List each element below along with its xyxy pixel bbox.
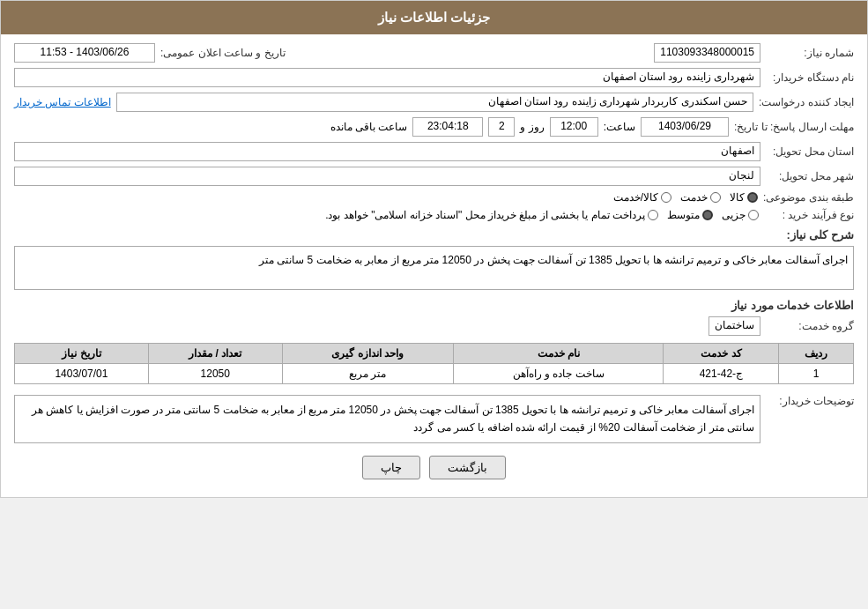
radio-esnad-icon: [648, 210, 658, 220]
deadline-date: 1403/06/29: [641, 117, 729, 137]
province-row: استان محل تحویل: اصفهان: [14, 142, 854, 161]
process-option-label-jozi: جزیی: [722, 209, 746, 221]
org-name-value: شهرداری زاینده رود استان اصفهان: [14, 68, 760, 87]
services-table: ردیف کد خدمت نام خدمت واحد اندازه گیری ت…: [14, 343, 854, 384]
category-row: طبقه بندی موضوعی: کالا/خدمت خدمت کالا: [14, 191, 854, 204]
page-title: جزئیات اطلاعات نیاز: [378, 10, 490, 25]
process-option-motavasset: متوسط: [667, 209, 713, 221]
col-qty: تعداد / مقدار: [148, 344, 282, 364]
public-announce-label: تاریخ و ساعت اعلان عمومی:: [160, 47, 286, 59]
process-option-label-esnad: پرداخت تمام یا بخشی از مبلغ خریداز محل "…: [325, 209, 645, 221]
services-table-section: ردیف کد خدمت نام خدمت واحد اندازه گیری ت…: [14, 343, 854, 384]
process-type-row: نوع فرآیند خرید : پرداخت تمام یا بخشی از…: [14, 209, 854, 221]
process-type-label: نوع فرآیند خرید :: [766, 209, 854, 221]
public-announce-value: 1403/06/26 - 11:53: [14, 43, 155, 63]
col-code: کد خدمت: [664, 344, 779, 364]
org-name-row: نام دستگاه خریدار: شهرداری زاینده رود اس…: [14, 68, 854, 87]
description-label: شرح کلی نیاز:: [786, 228, 854, 241]
deadline-remaining-label: ساعت باقی مانده: [330, 121, 408, 133]
need-number-label: شماره نیاز:: [766, 47, 854, 59]
category-label: طبقه بندی موضوعی:: [763, 191, 854, 204]
radio-motavasset-icon: [702, 210, 713, 220]
org-name-label: نام دستگاه خریدار:: [766, 71, 854, 84]
deadline-time-label: ساعت:: [604, 121, 635, 133]
buyer-notes-label: توضیحات خریدار:: [766, 395, 854, 407]
contact-link[interactable]: اطلاعات تماس خریدار: [14, 96, 111, 108]
creator-row: ایجاد کننده درخواست: حسن اسکندری کاربردا…: [14, 93, 854, 112]
category-option-label-kala: کالا: [730, 191, 745, 204]
service-group-value: ساختمان: [708, 316, 760, 336]
table-cell-row: 1: [779, 364, 854, 384]
description-section-title: شرح کلی نیاز:: [14, 228, 854, 241]
back-button[interactable]: بازگشت: [429, 456, 506, 479]
col-date: تاریخ نیاز: [15, 344, 149, 364]
deadline-time: 12:00: [550, 117, 598, 137]
service-group-label: گروه خدمت:: [766, 320, 854, 332]
process-option-jozi: جزیی: [722, 209, 759, 221]
need-number-row: شماره نیاز: 1103093348000015 تاریخ و ساع…: [14, 43, 854, 63]
description-value: اجرای آسفالت معابر خاکی و ترمیم ترانشه ه…: [14, 246, 854, 290]
category-option-label-kala-khedmat: کالا/خدمت: [613, 191, 658, 204]
deadline-remaining: 23:04:18: [412, 117, 483, 137]
table-cell-unit: متر مربع: [282, 364, 453, 384]
deadline-days-label: روز و: [520, 121, 544, 133]
col-name: نام خدمت: [454, 344, 664, 364]
radio-kala-icon: [747, 192, 758, 203]
buyer-notes-row: توضیحات خریدار: اجرای آسفالت معابر خاکی …: [14, 391, 854, 443]
page-wrapper: جزئیات اطلاعات نیاز شماره نیاز: 11030933…: [0, 0, 868, 498]
radio-khedmat-icon: [710, 192, 721, 203]
city-label: شهر محل تحویل:: [766, 170, 854, 182]
province-label: استان محل تحویل:: [766, 145, 854, 158]
category-option-label-khedmat: خدمت: [680, 191, 708, 204]
table-cell-date: 1403/07/01: [15, 364, 149, 384]
category-option-kala: کالا: [730, 191, 758, 204]
need-number-value: 1103093348000015: [654, 43, 760, 63]
col-row: ردیف: [779, 344, 854, 364]
category-option-kala-khedmat: کالا/خدمت: [613, 191, 671, 204]
response-deadline-label: مهلت ارسال پاسخ: تا تاریخ:: [734, 121, 854, 133]
city-row: شهر محل تحویل: لنجان: [14, 167, 854, 186]
deadline-row: مهلت ارسال پاسخ: تا تاریخ: 1403/06/29 سا…: [14, 117, 854, 137]
table-cell-code: ج-42-421: [664, 364, 779, 384]
process-option-label-motavasset: متوسط: [667, 209, 700, 221]
print-button[interactable]: چاپ: [362, 456, 420, 479]
creator-value: حسن اسکندری کاربردار شهرداری زاینده رود …: [116, 93, 753, 112]
services-section-title: اطلاعات خدمات مورد نیاز: [14, 299, 854, 312]
table-cell-quantity: 12050: [148, 364, 282, 384]
creator-label: ایجاد کننده درخواست:: [759, 96, 854, 108]
content-area: شماره نیاز: 1103093348000015 تاریخ و ساع…: [1, 34, 867, 497]
buyer-notes-value: اجرای آسفالت معابر خاکی و ترمیم ترانشه ه…: [14, 395, 760, 443]
category-option-khedmat: خدمت: [680, 191, 721, 204]
city-value: لنجان: [14, 167, 760, 186]
page-header: جزئیات اطلاعات نیاز: [1, 1, 867, 34]
province-value: اصفهان: [14, 142, 760, 161]
table-cell-name: ساخت جاده و راه‌آهن: [454, 364, 664, 384]
category-radio-group: کالا/خدمت خدمت کالا: [613, 191, 758, 204]
process-option-esnad: پرداخت تمام یا بخشی از مبلغ خریداز محل "…: [325, 209, 658, 221]
radio-kala-khedmat-icon: [661, 192, 671, 203]
service-group-row: گروه خدمت: ساختمان: [14, 316, 854, 336]
process-radio-group: پرداخت تمام یا بخشی از مبلغ خریداز محل "…: [325, 209, 759, 221]
table-row: 1ج-42-421ساخت جاده و راه‌آهنمتر مربع1205…: [15, 364, 854, 384]
col-unit: واحد اندازه گیری: [282, 344, 453, 364]
deadline-days: 2: [488, 117, 515, 137]
button-row: بازگشت چاپ: [14, 456, 854, 479]
radio-jozi-icon: [748, 210, 759, 220]
